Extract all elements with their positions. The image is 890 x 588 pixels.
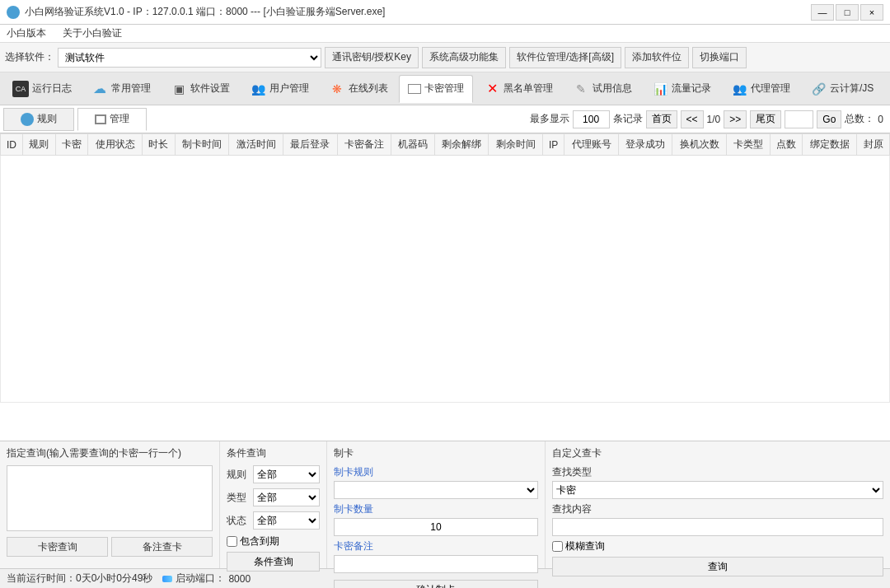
go-button[interactable]: Go bbox=[817, 110, 841, 128]
subtab-rules[interactable]: 规则 bbox=[3, 108, 74, 131]
rule-select[interactable]: 全部 bbox=[253, 465, 320, 483]
custom-query-button[interactable]: 查询 bbox=[552, 557, 883, 576]
fuzzy-label: 模糊查询 bbox=[565, 539, 605, 553]
first-page-button[interactable]: 首页 bbox=[646, 110, 677, 128]
fuzzy-checkbox[interactable] bbox=[552, 541, 563, 552]
tab-agent-label: 代理管理 bbox=[751, 82, 790, 96]
flow-icon: 📊 bbox=[652, 81, 668, 97]
maximize-button[interactable]: □ bbox=[836, 4, 859, 21]
title-bar-left: 小白网络验证系统V1.0 - IP：127.0.0.1 端口：8000 --- … bbox=[7, 5, 385, 19]
tab-run-log-label: 运行日志 bbox=[32, 82, 72, 96]
menu-bar: 小白版本 关于小白验证 bbox=[0, 25, 890, 43]
tab-run-log[interactable]: CA 运行日志 bbox=[3, 75, 81, 103]
col-seal: 封原 bbox=[857, 134, 890, 156]
include-expired-checkbox[interactable] bbox=[227, 536, 237, 547]
tab-software-settings[interactable]: ▣ 软件设置 bbox=[162, 75, 239, 103]
col-machine-code: 机器码 bbox=[391, 134, 435, 156]
subtab-manage-label: 管理 bbox=[110, 112, 129, 126]
app-title: 小白网络验证系统V1.0 - IP：127.0.0.1 端口：8000 --- … bbox=[25, 5, 385, 19]
col-remaining-time: 剩余时间 bbox=[489, 134, 543, 156]
max-display-input[interactable] bbox=[573, 110, 610, 128]
table-body bbox=[1, 156, 890, 403]
subtab-manage[interactable]: 管理 bbox=[77, 108, 147, 131]
tab-user-management[interactable]: 👥 用户管理 bbox=[241, 75, 318, 103]
port-label: 启动端口： bbox=[176, 572, 225, 586]
max-display-label: 最多显示 bbox=[530, 112, 569, 126]
col-card: 卡密 bbox=[55, 134, 88, 156]
last-page-button[interactable]: 尾页 bbox=[750, 110, 781, 128]
software-select[interactable]: 测试软件 bbox=[58, 48, 321, 68]
make-card-rule-select[interactable] bbox=[334, 481, 538, 499]
tab-flow-log[interactable]: 📊 流量记录 bbox=[643, 75, 720, 103]
switch-port-button[interactable]: 切换端口 bbox=[692, 47, 747, 68]
col-bind-data: 绑定数据 bbox=[803, 134, 857, 156]
tab-agent[interactable]: 👥 代理管理 bbox=[722, 75, 799, 103]
table-area: ID 规则 卡密 使用状态 时长 制卡时间 激活时间 最后登录 卡密备注 机器码… bbox=[0, 133, 890, 441]
tab-common[interactable]: ☁ 常用管理 bbox=[82, 75, 160, 103]
tab-user-management-label: 用户管理 bbox=[269, 82, 309, 96]
tab-card-management-label: 卡密管理 bbox=[424, 82, 464, 96]
col-make-time: 制卡时间 bbox=[175, 134, 229, 156]
type-select[interactable]: 全部 bbox=[253, 488, 320, 506]
status-dot bbox=[162, 576, 172, 582]
find-content-input[interactable] bbox=[552, 518, 883, 536]
col-activate-time: 激活时间 bbox=[229, 134, 283, 156]
empty-row bbox=[1, 156, 890, 403]
next-page-button[interactable]: >> bbox=[724, 110, 747, 128]
col-points: 点数 bbox=[770, 134, 803, 156]
find-content-label: 查找内容 bbox=[552, 502, 883, 516]
total-label: 总数： bbox=[845, 112, 874, 126]
run-time: 当前运行时间：0天0小时0分49秒 bbox=[7, 572, 152, 586]
tab-trial-info[interactable]: ✎ 试用信息 bbox=[564, 75, 641, 103]
comm-key-button[interactable]: 通讯密钥/授权Key bbox=[325, 47, 419, 68]
col-remaining-unbind: 剩余解绑 bbox=[434, 134, 489, 156]
menu-item-version[interactable]: 小白版本 bbox=[3, 25, 49, 42]
rule-row: 规则 全部 bbox=[227, 465, 320, 483]
include-expired-label: 包含到期 bbox=[240, 534, 279, 548]
custom-find-title: 自定义查卡 bbox=[552, 446, 883, 460]
make-card-rule-label: 制卡规则 bbox=[334, 465, 538, 479]
make-card-note-input[interactable] bbox=[334, 555, 538, 573]
card-search-textarea[interactable] bbox=[7, 465, 213, 531]
total-value: 0 bbox=[878, 114, 883, 125]
status-row: 状态 全部 bbox=[227, 511, 320, 530]
minimize-button[interactable]: — bbox=[811, 4, 834, 21]
status-label: 状态 bbox=[227, 514, 250, 528]
note-search-button[interactable]: 备注查卡 bbox=[111, 537, 213, 557]
sub-tabs-left: 规则 管理 bbox=[0, 108, 150, 131]
bottom-section: 指定查询(输入需要查询的卡密一行一个) 卡密查询 备注查卡 条件查询 规则 全部… bbox=[0, 441, 890, 568]
confirm-make-card-button[interactable]: 确认制卡 bbox=[334, 580, 538, 588]
tab-blacklist[interactable]: ✕ 黑名单管理 bbox=[475, 75, 562, 103]
go-page-input[interactable] bbox=[785, 110, 813, 128]
network-icon: ❋ bbox=[329, 81, 345, 97]
status-select[interactable]: 全部 bbox=[253, 511, 320, 530]
close-button[interactable]: × bbox=[860, 4, 883, 21]
tab-cloud[interactable]: 🔗 云计算/JS bbox=[801, 75, 883, 103]
cloud-icon: ☁ bbox=[91, 81, 108, 97]
col-agent-account: 代理账号 bbox=[564, 134, 619, 156]
tab-card-management[interactable]: 卡密管理 bbox=[399, 75, 473, 103]
tab-software-settings-label: 软件设置 bbox=[190, 82, 230, 96]
card-search-button[interactable]: 卡密查询 bbox=[7, 537, 108, 557]
window-controls: — □ × bbox=[811, 4, 883, 21]
make-card-count-value: 10 bbox=[430, 521, 441, 533]
sub-tabs-row: 规则 管理 最多显示 条记录 首页 << 1/0 >> 尾页 Go 总数： 0 bbox=[0, 105, 890, 133]
prev-page-button[interactable]: << bbox=[681, 110, 704, 128]
col-note: 卡密备注 bbox=[337, 134, 391, 156]
condition-query-button[interactable]: 条件查询 bbox=[227, 552, 320, 572]
port-indicator: 启动端口： 8000 bbox=[162, 572, 251, 586]
rule-label: 规则 bbox=[227, 468, 250, 482]
tab-online-list[interactable]: ❋ 在线列表 bbox=[320, 75, 397, 103]
sys-advanced-button[interactable]: 系统高级功能集 bbox=[422, 47, 506, 68]
tab-trial-info-label: 试用信息 bbox=[593, 82, 632, 96]
users-icon: 👥 bbox=[250, 81, 266, 97]
custom-find-panel: 自定义查卡 查找类型 卡密 查找内容 模糊查询 查询 bbox=[546, 441, 890, 568]
find-type-select[interactable]: 卡密 bbox=[552, 481, 883, 499]
col-rule: 规则 bbox=[22, 134, 55, 156]
menu-item-about[interactable]: 关于小白验证 bbox=[59, 25, 125, 42]
col-duration: 时长 bbox=[143, 134, 176, 156]
run-log-icon: CA bbox=[12, 81, 29, 97]
software-pos-button[interactable]: 软件位管理/选择[高级] bbox=[509, 47, 621, 68]
add-software-button[interactable]: 添加软件位 bbox=[625, 47, 689, 68]
data-table: ID 规则 卡密 使用状态 时长 制卡时间 激活时间 最后登录 卡密备注 机器码… bbox=[0, 133, 890, 403]
